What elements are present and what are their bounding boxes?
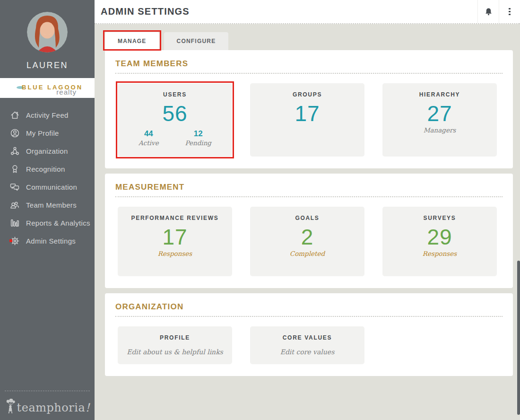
card-surveys[interactable]: SURVEYS29Responses (382, 207, 497, 276)
section-title: ORGANIZATION (115, 302, 503, 312)
logo-text: teamphoria! (17, 401, 90, 414)
gear-icon (9, 236, 20, 246)
user-name: LAUREN (0, 61, 95, 70)
dotted-divider (115, 196, 503, 197)
notifications-button[interactable] (478, 0, 499, 23)
card-sublabel: Edit core values (250, 348, 364, 356)
top-header: ADMIN SETTINGS (95, 0, 520, 24)
sidebar: LAUREN BLUE LAGOON realty Activity FeedM… (0, 0, 95, 420)
substat-value: 44 (139, 129, 159, 139)
card-sublabel: Completed (250, 250, 364, 257)
card-title: SURVEYS (382, 215, 497, 221)
sidebar-item-team-members[interactable]: Team Members (0, 196, 95, 214)
section-title: TEAM MEMBERS (115, 59, 503, 69)
card-title: HIERARCHY (382, 91, 497, 98)
sidebar-item-label: Team Members (26, 201, 77, 209)
tab-configure[interactable]: CONFIGURE (164, 32, 229, 50)
cards-row: PERFORMANCE REVIEWS17ResponsesGOALS2Comp… (115, 207, 503, 276)
sidebar-item-label: Reports & Analytics (26, 219, 90, 227)
substat-label: Pending (185, 139, 211, 147)
sidebar-item-label: Organization (26, 147, 68, 155)
tab-bar: MANAGECONFIGURE (105, 32, 513, 50)
card-title: GOALS (250, 215, 364, 221)
card-profile[interactable]: PROFILEEdit about us & helpful links (118, 326, 232, 364)
section-title: MEASUREMENT (115, 183, 503, 192)
mascot-icon (5, 399, 16, 414)
page-title: ADMIN SETTINGS (95, 6, 190, 17)
header-actions (477, 0, 520, 23)
card-sublabel: Responses (382, 250, 497, 257)
card-value: 29 (382, 226, 497, 248)
card-value: 17 (250, 102, 364, 125)
substat-pending: 12Pending (185, 129, 211, 147)
card-core-values[interactable]: CORE VALUESEdit core values (250, 326, 364, 364)
card-value: 56 (118, 102, 232, 125)
section-organization: ORGANIZATIONPROFILEEdit about us & helpf… (105, 293, 513, 376)
scrollbar-thumb[interactable] (517, 261, 520, 415)
substat-active: 44Active (139, 129, 159, 147)
communication-icon (9, 182, 20, 192)
team-members-icon (9, 200, 20, 210)
card-value: 27 (382, 102, 497, 125)
sidebar-item-my-profile[interactable]: My Profile (0, 124, 95, 142)
overflow-menu-button[interactable] (499, 0, 520, 23)
sidebar-item-label: My Profile (26, 129, 59, 137)
organization-icon (9, 146, 20, 156)
card-hierarchy[interactable]: HIERARCHY27Managers (382, 83, 497, 157)
sidebar-item-label: Admin Settings (26, 237, 76, 245)
card-title: GROUPS (250, 91, 364, 98)
sidebar-footer: teamphoria! (0, 391, 95, 414)
reports-icon (9, 218, 20, 228)
sidebar-nav: Activity FeedMy ProfileOrganizationRecog… (0, 106, 95, 250)
app-window: LAUREN BLUE LAGOON realty Activity FeedM… (0, 0, 520, 420)
card-sublabel: Managers (382, 126, 497, 134)
cards-row: USERS5644Active12PendingGROUPS17HIERARCH… (115, 83, 503, 157)
section-team-members: TEAM MEMBERSUSERS5644Active12PendingGROU… (105, 50, 513, 168)
card-title: CORE VALUES (250, 334, 364, 341)
content-area: MANAGECONFIGURE TEAM MEMBERSUSERS5644Act… (95, 25, 520, 420)
sidebar-item-organization[interactable]: Organization (0, 142, 95, 160)
company-logo: BLUE LAGOON realty (0, 78, 95, 98)
home-icon (9, 110, 20, 120)
sidebar-item-reports-analytics[interactable]: Reports & Analytics (0, 214, 95, 232)
bell-icon (484, 7, 493, 17)
dotted-divider (115, 316, 503, 317)
dotted-divider (115, 73, 503, 74)
sidebar-item-activity-feed[interactable]: Activity Feed (0, 106, 95, 124)
card-sublabel: Responses (118, 250, 232, 257)
tab-manage[interactable]: MANAGE (105, 32, 159, 50)
user-photo (27, 12, 68, 52)
card-sublabel: Edit about us & helpful links (118, 348, 232, 356)
section-measurement: MEASUREMENTPERFORMANCE REVIEWS17Response… (105, 174, 513, 288)
card-performance-reviews[interactable]: PERFORMANCE REVIEWS17Responses (118, 207, 232, 276)
sections-container: TEAM MEMBERSUSERS5644Active12PendingGROU… (105, 50, 513, 376)
avatar[interactable] (27, 12, 68, 52)
card-substats: 44Active12Pending (118, 129, 232, 147)
sidebar-item-label: Activity Feed (26, 111, 69, 119)
card-value: 17 (118, 226, 232, 248)
card-goals[interactable]: GOALS2Completed (250, 207, 364, 276)
substat-label: Active (139, 139, 159, 147)
card-title: PERFORMANCE REVIEWS (118, 215, 232, 221)
footer-divider (5, 391, 90, 391)
sidebar-item-admin-settings[interactable]: Admin Settings (0, 232, 95, 250)
card-title: PROFILE (118, 334, 232, 341)
recognition-icon (9, 164, 20, 174)
profile-icon (9, 128, 20, 138)
sidebar-item-label: Recognition (26, 165, 65, 173)
kebab-icon (509, 8, 511, 16)
card-value: 2 (250, 226, 364, 248)
substat-value: 12 (185, 129, 211, 139)
card-title: USERS (118, 91, 232, 98)
card-groups[interactable]: GROUPS17 (250, 83, 364, 157)
brand-subname: realty (56, 88, 77, 96)
teamphoria-logo: teamphoria! (0, 399, 95, 414)
cards-row: PROFILEEdit about us & helpful linksCORE… (115, 326, 503, 364)
sidebar-item-communication[interactable]: Communication (0, 178, 95, 196)
sidebar-item-recognition[interactable]: Recognition (0, 160, 95, 178)
main-area: ADMIN SETTINGS MANAGECONFIGURE TEAM MEMB… (95, 0, 520, 420)
annotation-box (103, 30, 161, 51)
card-users[interactable]: USERS5644Active12Pending (118, 83, 232, 157)
sidebar-item-label: Communication (26, 183, 77, 191)
